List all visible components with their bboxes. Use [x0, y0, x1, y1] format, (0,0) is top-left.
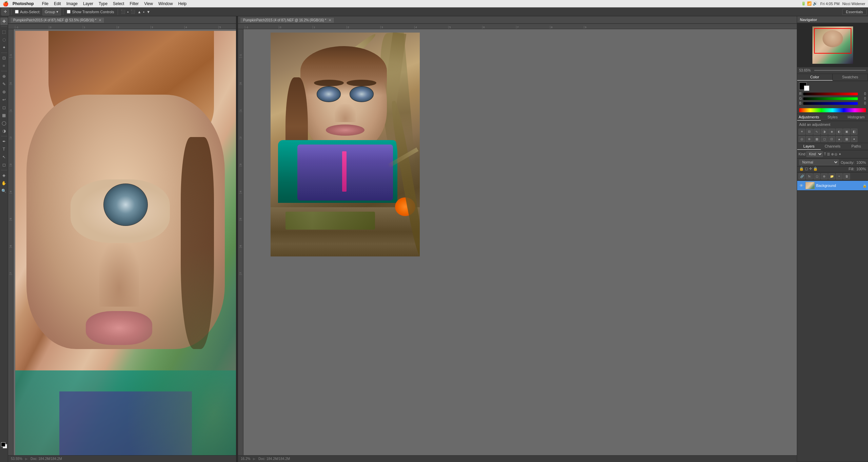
move-tool[interactable]: ✛	[0, 18, 8, 25]
lasso-tool[interactable]: ◌	[0, 36, 8, 43]
align-center-icon[interactable]: ▪	[127, 10, 130, 14]
align-bottom-icon[interactable]: ▼	[146, 10, 151, 14]
tab-channels[interactable]: Channels	[821, 143, 845, 150]
doc-tab-left[interactable]: PumpkinPatch2015 (4 of 87).NEF @ 53.5% (…	[10, 17, 104, 23]
essentials-button[interactable]: Essentials	[842, 9, 867, 15]
channel-mixer-icon[interactable]: ⊕	[806, 136, 813, 142]
gradient-map-icon[interactable]: ▦	[843, 136, 850, 142]
hand-tool[interactable]: ✋	[0, 179, 8, 187]
auto-select-checkbox[interactable]	[15, 10, 19, 14]
ruler-v-mark: 3	[9, 139, 12, 166]
crop-tool[interactable]: ⊡	[0, 54, 8, 62]
menu-view[interactable]: View	[141, 0, 156, 7]
foreground-color-swatch[interactable]	[1, 442, 5, 447]
color-lookup-icon[interactable]: ▦	[813, 136, 820, 142]
delete-layer-icon[interactable]: 🗑	[843, 173, 850, 179]
new-fill-layer-icon[interactable]: ⊕	[821, 173, 828, 179]
canvas-left[interactable]	[14, 29, 236, 455]
tab-adjustments[interactable]: Adjustments	[797, 114, 821, 121]
align-top-icon[interactable]: ▲	[137, 10, 142, 14]
blend-mode-select[interactable]: Normal	[799, 159, 839, 165]
black-white-icon[interactable]: ◧	[851, 129, 857, 135]
color-balance-icon[interactable]: ▣	[843, 129, 850, 135]
threshold-icon[interactable]: ▲	[836, 136, 843, 142]
show-transform-check[interactable]: Show Transform Controls	[65, 10, 115, 14]
red-slider-track[interactable]	[803, 93, 858, 95]
align-right-icon[interactable]: ⬛	[130, 9, 136, 14]
add-mask-icon[interactable]: ◻	[813, 173, 820, 179]
layer-visibility-eye[interactable]: 👁	[798, 183, 804, 188]
menu-image[interactable]: Image	[64, 0, 80, 7]
vibrance-icon[interactable]: ◈	[828, 129, 835, 135]
menu-type[interactable]: Type	[96, 0, 110, 7]
apple-menu[interactable]: 🍎	[3, 1, 8, 6]
blue-slider-track[interactable]	[803, 102, 858, 105]
levels-icon[interactable]: ⊟	[806, 129, 813, 135]
doc-tab-right[interactable]: PumpkinPatch2015 (4 of 87).NEF @ 16.2% (…	[240, 17, 334, 23]
auto-select-check[interactable]: Auto-Select:	[14, 10, 42, 14]
eraser-tool[interactable]: ◻	[0, 104, 8, 111]
text-tool[interactable]: T	[0, 146, 8, 153]
menu-help[interactable]: Help	[176, 0, 190, 7]
menu-window[interactable]: Window	[156, 0, 176, 7]
green-slider-track[interactable]	[803, 97, 858, 100]
background-color-box[interactable]	[804, 85, 809, 91]
dodge-tool[interactable]: ◑	[0, 127, 8, 135]
path-selection-tool[interactable]: ↖	[0, 153, 8, 161]
quick-select-tool[interactable]: ✦	[0, 44, 8, 51]
new-group-icon[interactable]: 📁	[828, 173, 835, 179]
blur-tool[interactable]: ◯	[0, 119, 8, 127]
navigator-view-box[interactable]	[814, 28, 851, 54]
layer-kind-select[interactable]: Kind	[806, 151, 823, 157]
navigator-header[interactable]: Navigator	[797, 16, 868, 23]
photo-filter-icon[interactable]: ◎	[798, 136, 805, 142]
invert-icon[interactable]: ◻	[821, 136, 828, 142]
clone-stamp-tool[interactable]: ⊚	[0, 88, 8, 96]
3d-tool[interactable]: ◈	[0, 172, 8, 179]
menu-file[interactable]: File	[39, 0, 51, 7]
gradient-tool[interactable]: ▦	[0, 112, 8, 119]
tab-layers[interactable]: Layers	[797, 143, 821, 150]
pen-tool[interactable]: ✒	[0, 138, 8, 145]
menu-edit[interactable]: Edit	[51, 0, 64, 7]
exposure-icon[interactable]: ◑	[821, 129, 828, 135]
posterize-icon[interactable]: ⊡	[828, 136, 835, 142]
hue-sat-icon[interactable]: ◐	[836, 129, 843, 135]
tab-swatches[interactable]: Swatches	[833, 74, 868, 81]
history-brush-tool[interactable]: ↩	[0, 96, 8, 103]
canvas-right[interactable]	[243, 29, 797, 455]
menu-select[interactable]: Select	[110, 0, 127, 7]
selective-color-icon[interactable]: ●	[851, 136, 857, 142]
group-select-btn[interactable]: Group ▼	[42, 8, 61, 16]
app-name[interactable]: Photoshop	[13, 1, 34, 6]
menu-filter[interactable]: Filter	[127, 0, 141, 7]
align-middle-icon[interactable]: ▪	[142, 10, 145, 14]
layer-item-background[interactable]: 👁 Background 🔒	[797, 181, 868, 191]
shape-tool[interactable]: ◻	[0, 161, 8, 169]
show-transform-checkbox[interactable]	[67, 10, 71, 14]
healing-brush-tool[interactable]: ⊕	[0, 73, 8, 80]
tab-histogram[interactable]: Histogram	[844, 114, 868, 121]
doc-size-right: Doc: 184.2M/184.2M	[258, 457, 290, 461]
new-layer-icon[interactable]: +	[836, 173, 843, 179]
brightness-contrast-icon[interactable]: ☀	[798, 129, 805, 135]
tab-color[interactable]: Color	[797, 74, 833, 81]
tab-styles[interactable]: Styles	[821, 114, 845, 121]
link-layers-icon[interactable]: 🔗	[798, 173, 805, 179]
menu-layer[interactable]: Layer	[80, 0, 96, 7]
eyedropper-tool[interactable]: ⌗	[0, 62, 8, 70]
navigator-zoom-slider[interactable]	[814, 70, 866, 71]
opacity-value: 100%	[856, 160, 866, 165]
color-spectrum-bar[interactable]	[799, 108, 866, 112]
doc-close-right[interactable]: ✕	[329, 18, 331, 22]
add-layer-style-icon[interactable]: fx	[806, 173, 813, 179]
brush-tool[interactable]: ✎	[0, 80, 8, 88]
fg-bg-swatch[interactable]	[1, 442, 7, 448]
zoom-tool[interactable]: 🔍	[0, 187, 8, 195]
move-tool-btn[interactable]: ✛	[1, 8, 9, 16]
align-left-icon[interactable]: ⬛	[120, 9, 126, 14]
curves-icon[interactable]: ∿	[813, 129, 820, 135]
tab-paths[interactable]: Paths	[844, 143, 868, 150]
rectangular-marquee-tool[interactable]: ⬚	[0, 28, 8, 36]
doc-close-left[interactable]: ✕	[99, 18, 101, 22]
